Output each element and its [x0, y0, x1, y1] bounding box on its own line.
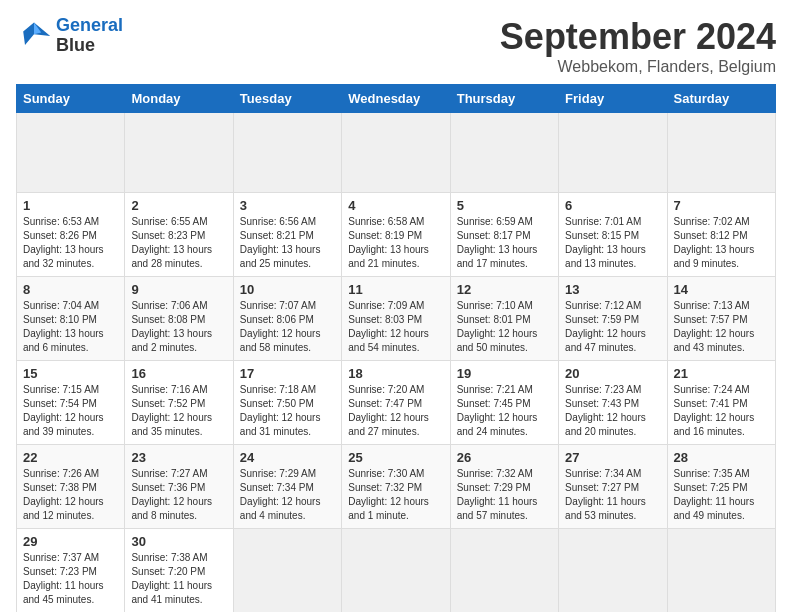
- day-number: 16: [131, 366, 226, 381]
- day-info: Sunrise: 6:55 AM Sunset: 8:23 PM Dayligh…: [131, 215, 226, 271]
- calendar-table: SundayMondayTuesdayWednesdayThursdayFrid…: [16, 84, 776, 612]
- day-info: Sunrise: 6:56 AM Sunset: 8:21 PM Dayligh…: [240, 215, 335, 271]
- day-info: Sunrise: 6:53 AM Sunset: 8:26 PM Dayligh…: [23, 215, 118, 271]
- day-number: 10: [240, 282, 335, 297]
- day-info: Sunrise: 7:27 AM Sunset: 7:36 PM Dayligh…: [131, 467, 226, 523]
- calendar-cell: 16Sunrise: 7:16 AM Sunset: 7:52 PM Dayli…: [125, 361, 233, 445]
- day-info: Sunrise: 7:04 AM Sunset: 8:10 PM Dayligh…: [23, 299, 118, 355]
- calendar-cell: 14Sunrise: 7:13 AM Sunset: 7:57 PM Dayli…: [667, 277, 775, 361]
- page-header: GeneralBlue September 2024 Webbekom, Fla…: [16, 16, 776, 76]
- day-number: 2: [131, 198, 226, 213]
- calendar-cell: 28Sunrise: 7:35 AM Sunset: 7:25 PM Dayli…: [667, 445, 775, 529]
- weekday-header: Wednesday: [342, 85, 450, 113]
- calendar-cell: [342, 113, 450, 193]
- calendar-cell: [342, 529, 450, 613]
- day-number: 1: [23, 198, 118, 213]
- calendar-cell: 22Sunrise: 7:26 AM Sunset: 7:38 PM Dayli…: [17, 445, 125, 529]
- day-number: 3: [240, 198, 335, 213]
- day-info: Sunrise: 7:20 AM Sunset: 7:47 PM Dayligh…: [348, 383, 443, 439]
- day-number: 5: [457, 198, 552, 213]
- day-info: Sunrise: 7:06 AM Sunset: 8:08 PM Dayligh…: [131, 299, 226, 355]
- calendar-cell: 19Sunrise: 7:21 AM Sunset: 7:45 PM Dayli…: [450, 361, 558, 445]
- day-info: Sunrise: 7:26 AM Sunset: 7:38 PM Dayligh…: [23, 467, 118, 523]
- calendar-cell: [450, 529, 558, 613]
- day-number: 8: [23, 282, 118, 297]
- calendar-cell: 18Sunrise: 7:20 AM Sunset: 7:47 PM Dayli…: [342, 361, 450, 445]
- day-info: Sunrise: 7:35 AM Sunset: 7:25 PM Dayligh…: [674, 467, 769, 523]
- calendar-week-row: 15Sunrise: 7:15 AM Sunset: 7:54 PM Dayli…: [17, 361, 776, 445]
- day-number: 29: [23, 534, 118, 549]
- day-info: Sunrise: 7:10 AM Sunset: 8:01 PM Dayligh…: [457, 299, 552, 355]
- day-info: Sunrise: 7:16 AM Sunset: 7:52 PM Dayligh…: [131, 383, 226, 439]
- calendar-cell: 27Sunrise: 7:34 AM Sunset: 7:27 PM Dayli…: [559, 445, 667, 529]
- weekday-header: Thursday: [450, 85, 558, 113]
- calendar-week-row: 1Sunrise: 6:53 AM Sunset: 8:26 PM Daylig…: [17, 193, 776, 277]
- calendar-cell: [667, 113, 775, 193]
- day-number: 13: [565, 282, 660, 297]
- weekday-header: Monday: [125, 85, 233, 113]
- calendar-cell: [450, 113, 558, 193]
- title-block: September 2024 Webbekom, Flanders, Belgi…: [500, 16, 776, 76]
- day-info: Sunrise: 7:13 AM Sunset: 7:57 PM Dayligh…: [674, 299, 769, 355]
- calendar-header-row: SundayMondayTuesdayWednesdayThursdayFrid…: [17, 85, 776, 113]
- day-number: 24: [240, 450, 335, 465]
- calendar-cell: [559, 113, 667, 193]
- calendar-cell: [233, 529, 341, 613]
- day-number: 22: [23, 450, 118, 465]
- weekday-header: Sunday: [17, 85, 125, 113]
- calendar-cell: 1Sunrise: 6:53 AM Sunset: 8:26 PM Daylig…: [17, 193, 125, 277]
- day-info: Sunrise: 7:18 AM Sunset: 7:50 PM Dayligh…: [240, 383, 335, 439]
- month-title: September 2024: [500, 16, 776, 58]
- day-number: 7: [674, 198, 769, 213]
- calendar-cell: 21Sunrise: 7:24 AM Sunset: 7:41 PM Dayli…: [667, 361, 775, 445]
- day-number: 12: [457, 282, 552, 297]
- calendar-week-row: 29Sunrise: 7:37 AM Sunset: 7:23 PM Dayli…: [17, 529, 776, 613]
- day-info: Sunrise: 7:34 AM Sunset: 7:27 PM Dayligh…: [565, 467, 660, 523]
- calendar-cell: [125, 113, 233, 193]
- calendar-cell: 26Sunrise: 7:32 AM Sunset: 7:29 PM Dayli…: [450, 445, 558, 529]
- calendar-cell: 25Sunrise: 7:30 AM Sunset: 7:32 PM Dayli…: [342, 445, 450, 529]
- calendar-week-row: 8Sunrise: 7:04 AM Sunset: 8:10 PM Daylig…: [17, 277, 776, 361]
- day-number: 27: [565, 450, 660, 465]
- day-number: 15: [23, 366, 118, 381]
- day-number: 23: [131, 450, 226, 465]
- calendar-cell: [559, 529, 667, 613]
- calendar-cell: 30Sunrise: 7:38 AM Sunset: 7:20 PM Dayli…: [125, 529, 233, 613]
- day-info: Sunrise: 7:23 AM Sunset: 7:43 PM Dayligh…: [565, 383, 660, 439]
- svg-marker-0: [23, 22, 50, 45]
- calendar-cell: 3Sunrise: 6:56 AM Sunset: 8:21 PM Daylig…: [233, 193, 341, 277]
- calendar-cell: 20Sunrise: 7:23 AM Sunset: 7:43 PM Dayli…: [559, 361, 667, 445]
- day-info: Sunrise: 7:15 AM Sunset: 7:54 PM Dayligh…: [23, 383, 118, 439]
- calendar-cell: 17Sunrise: 7:18 AM Sunset: 7:50 PM Dayli…: [233, 361, 341, 445]
- day-number: 6: [565, 198, 660, 213]
- weekday-header: Friday: [559, 85, 667, 113]
- day-info: Sunrise: 7:21 AM Sunset: 7:45 PM Dayligh…: [457, 383, 552, 439]
- day-info: Sunrise: 7:38 AM Sunset: 7:20 PM Dayligh…: [131, 551, 226, 607]
- day-number: 21: [674, 366, 769, 381]
- calendar-week-row: 22Sunrise: 7:26 AM Sunset: 7:38 PM Dayli…: [17, 445, 776, 529]
- calendar-cell: 12Sunrise: 7:10 AM Sunset: 8:01 PM Dayli…: [450, 277, 558, 361]
- day-number: 20: [565, 366, 660, 381]
- day-info: Sunrise: 7:30 AM Sunset: 7:32 PM Dayligh…: [348, 467, 443, 523]
- day-info: Sunrise: 7:02 AM Sunset: 8:12 PM Dayligh…: [674, 215, 769, 271]
- weekday-header: Tuesday: [233, 85, 341, 113]
- day-info: Sunrise: 7:24 AM Sunset: 7:41 PM Dayligh…: [674, 383, 769, 439]
- calendar-cell: 2Sunrise: 6:55 AM Sunset: 8:23 PM Daylig…: [125, 193, 233, 277]
- day-number: 30: [131, 534, 226, 549]
- day-info: Sunrise: 6:58 AM Sunset: 8:19 PM Dayligh…: [348, 215, 443, 271]
- location-subtitle: Webbekom, Flanders, Belgium: [500, 58, 776, 76]
- calendar-cell: [17, 113, 125, 193]
- calendar-cell: [233, 113, 341, 193]
- day-number: 14: [674, 282, 769, 297]
- day-info: Sunrise: 7:07 AM Sunset: 8:06 PM Dayligh…: [240, 299, 335, 355]
- day-number: 9: [131, 282, 226, 297]
- logo: GeneralBlue: [16, 16, 123, 56]
- calendar-cell: 5Sunrise: 6:59 AM Sunset: 8:17 PM Daylig…: [450, 193, 558, 277]
- calendar-cell: 15Sunrise: 7:15 AM Sunset: 7:54 PM Dayli…: [17, 361, 125, 445]
- calendar-cell: 6Sunrise: 7:01 AM Sunset: 8:15 PM Daylig…: [559, 193, 667, 277]
- calendar-cell: 24Sunrise: 7:29 AM Sunset: 7:34 PM Dayli…: [233, 445, 341, 529]
- day-number: 17: [240, 366, 335, 381]
- day-number: 11: [348, 282, 443, 297]
- logo-icon: [16, 18, 52, 54]
- day-info: Sunrise: 7:09 AM Sunset: 8:03 PM Dayligh…: [348, 299, 443, 355]
